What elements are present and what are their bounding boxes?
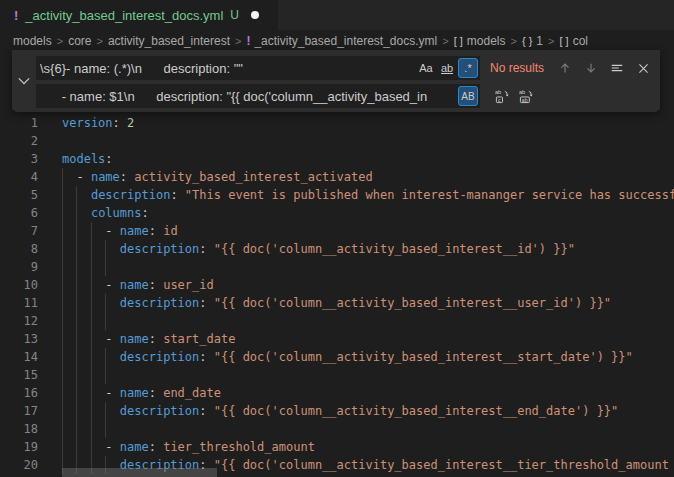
code-line[interactable]: 4 - name: activity_based_interest_activa…	[0, 168, 674, 186]
chevron-right-icon: >	[96, 35, 102, 47]
code-line[interactable]: 5 description: "This event is published …	[0, 186, 674, 204]
tab-active-file[interactable]: ! _activity_based_interest_docs.yml U	[0, 0, 278, 30]
find-in-selection-button[interactable]	[606, 57, 628, 79]
breadcrumb: models > core > activity_based_interest …	[0, 30, 674, 52]
code-line[interactable]: 13 - name: start_date	[0, 330, 674, 348]
code-line-text: - name: tier_threshold_amount	[62, 438, 315, 456]
code-line[interactable]: 10 - name: user_id	[0, 276, 674, 294]
line-number[interactable]: 17	[0, 402, 38, 420]
chevron-right-icon: >	[510, 35, 516, 47]
match-case-button[interactable]: Aa	[416, 58, 436, 78]
code-line-text: - name: start_date	[62, 330, 235, 348]
code-line[interactable]: 11 description: "{{ doc('column__activit…	[0, 294, 674, 312]
code-line-text: version: 2	[62, 114, 134, 132]
close-button[interactable]	[632, 57, 654, 79]
replace-input[interactable]: - name: $1\n description: "{{ doc('colum…	[36, 84, 480, 108]
indent-guide	[76, 312, 77, 330]
breadcrumb-item-symbol-1[interactable]: { } 1	[522, 34, 543, 48]
breadcrumb-item-file[interactable]: ! _activity_based_interest_docs.yml	[246, 34, 437, 48]
indent-guide	[76, 366, 77, 384]
line-number[interactable]: 12	[0, 312, 38, 330]
replace-button[interactable]: ab c	[492, 86, 512, 106]
horizontal-scrollbar[interactable]	[62, 468, 217, 477]
line-number[interactable]: 1	[0, 114, 38, 132]
arrow-up-icon	[558, 61, 572, 75]
yaml-file-icon: !	[246, 34, 250, 48]
code-line-text: columns:	[62, 204, 149, 222]
whole-word-button[interactable]: ab	[437, 58, 457, 78]
code-line[interactable]: 8 description: "{{ doc('column__activity…	[0, 240, 674, 258]
line-number[interactable]: 6	[0, 204, 38, 222]
indent-guide	[76, 420, 77, 438]
editor[interactable]: 1version: 223models:4 - name: activity_b…	[0, 52, 674, 477]
breadcrumb-item-symbol-columns[interactable]: [ ] col	[559, 34, 588, 48]
code-line[interactable]: 9	[0, 258, 674, 276]
replace-all-icon: ab ab	[519, 89, 534, 104]
line-number[interactable]: 7	[0, 222, 38, 240]
code-line[interactable]: 6 columns:	[0, 204, 674, 222]
replace-input-value: - name: $1\n description: "{{ doc('colum…	[40, 89, 457, 104]
regex-button[interactable]: .*	[458, 58, 478, 78]
preserve-case-button[interactable]: AB	[458, 86, 478, 106]
line-number[interactable]: 20	[0, 456, 38, 474]
line-number[interactable]: 11	[0, 294, 38, 312]
svg-text:c: c	[498, 96, 501, 102]
code-line[interactable]: 14 description: "{{ doc('column__activit…	[0, 348, 674, 366]
line-number[interactable]: 16	[0, 384, 38, 402]
code-line[interactable]: 17 description: "{{ doc('column__activit…	[0, 402, 674, 420]
selection-lines-icon	[610, 61, 624, 75]
line-number[interactable]: 8	[0, 240, 38, 258]
line-number[interactable]: 10	[0, 276, 38, 294]
breadcrumb-item-core[interactable]: core	[68, 34, 91, 48]
svg-text:ab: ab	[495, 89, 501, 95]
indent-guide	[105, 366, 106, 384]
line-number[interactable]: 2	[0, 132, 38, 150]
code-line[interactable]: 18	[0, 420, 674, 438]
toggle-replace-button[interactable]	[12, 50, 36, 112]
find-input[interactable]: \s{6}- name: (.*)\n description: "" Aa a…	[36, 56, 480, 80]
line-number[interactable]: 19	[0, 438, 38, 456]
close-icon	[637, 62, 650, 75]
breadcrumb-item-symbol-models[interactable]: [ ] models	[454, 34, 506, 48]
code-line[interactable]: 2	[0, 132, 674, 150]
line-number[interactable]: 13	[0, 330, 38, 348]
results-count: No results	[490, 56, 544, 80]
line-number[interactable]: 15	[0, 366, 38, 384]
code-line[interactable]: 15	[0, 366, 674, 384]
git-status-badge: U	[230, 8, 239, 22]
code-line-text: description: "{{ doc('column__activity_b…	[62, 240, 575, 258]
find-input-value: \s{6}- name: (.*)\n description: ""	[40, 61, 415, 76]
code-line[interactable]: 16 - name: end_date	[0, 384, 674, 402]
code-line-text: - name: end_date	[62, 384, 221, 402]
next-match-button[interactable]	[580, 57, 602, 79]
code-line[interactable]: 3models:	[0, 150, 674, 168]
code-line-text: - name: user_id	[62, 276, 214, 294]
indent-guide	[91, 366, 92, 384]
code-line[interactable]: 12	[0, 312, 674, 330]
replace-icon: ab c	[495, 89, 510, 104]
chevron-right-icon: >	[442, 35, 448, 47]
indent-guide	[105, 258, 106, 276]
code-line[interactable]: 7 - name: id	[0, 222, 674, 240]
symbol-array-icon: [ ]	[454, 35, 463, 47]
indent-guide	[62, 258, 63, 276]
code-line-text: - name: id	[62, 222, 178, 240]
code-line-text: - name: activity_based_interest_activate…	[62, 168, 373, 186]
line-number[interactable]: 18	[0, 420, 38, 438]
line-number[interactable]: 14	[0, 348, 38, 366]
code-line[interactable]: 1version: 2	[0, 114, 674, 132]
previous-match-button[interactable]	[554, 57, 576, 79]
indent-guide	[105, 312, 106, 330]
line-number[interactable]: 5	[0, 186, 38, 204]
line-number[interactable]: 4	[0, 168, 38, 186]
code-line-text: description: "This event is published wh…	[62, 186, 674, 204]
code-line-text: models:	[62, 150, 113, 168]
breadcrumb-item-models[interactable]: models	[13, 34, 52, 48]
line-number[interactable]: 3	[0, 150, 38, 168]
replace-all-button[interactable]: ab ab	[516, 86, 536, 106]
line-number[interactable]: 9	[0, 258, 38, 276]
code-line[interactable]: 19 - name: tier_threshold_amount	[0, 438, 674, 456]
modified-dot[interactable]	[251, 11, 259, 19]
code-line-text: description: "{{ doc('column__activity_b…	[62, 294, 611, 312]
breadcrumb-item-folder[interactable]: activity_based_interest	[108, 34, 230, 48]
